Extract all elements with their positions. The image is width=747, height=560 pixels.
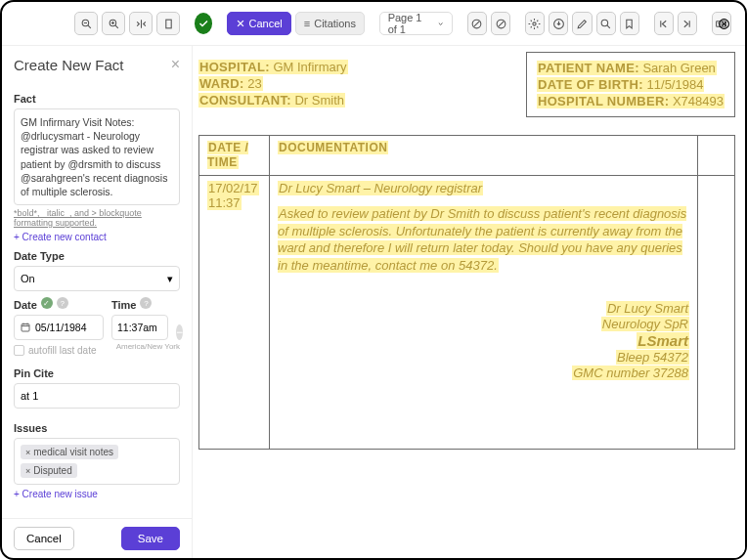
zoom-in-icon[interactable] <box>102 12 125 35</box>
tag-label: Disputed <box>33 465 71 476</box>
consultant-value: Dr Smith <box>294 93 344 108</box>
tag-label: medical visit notes <box>33 447 113 457</box>
sig-line2: Neurology SpR <box>601 317 689 331</box>
create-issue-link[interactable]: + Create new issue <box>14 489 180 499</box>
cancel-label: Cancel <box>249 18 283 29</box>
gear-icon[interactable] <box>525 12 545 35</box>
document-viewer[interactable]: HOSPITAL: GM Infirmary WARD: 23 CONSULTA… <box>193 46 745 558</box>
date-input[interactable]: 05/11/1984 <box>14 315 104 340</box>
cancel-button[interactable]: Cancel <box>227 12 291 35</box>
entry-heading: Dr Lucy Smart – Neurology registrar <box>278 181 483 195</box>
close-icon[interactable] <box>714 14 733 33</box>
autofill-label: autofill last date <box>28 345 97 356</box>
date-type-label: Date Type <box>14 250 180 262</box>
citations-button[interactable]: ≡Citations <box>295 12 365 35</box>
svg-point-5 <box>533 22 536 24</box>
time-label: Time <box>111 299 136 311</box>
calendar-icon <box>20 322 31 333</box>
zoom-out-icon[interactable] <box>74 12 98 35</box>
block-icon[interactable] <box>467 12 487 35</box>
sig-line5: GMC number 37288 <box>572 366 689 380</box>
dob-key: DATE OF BIRTH: <box>538 77 643 92</box>
documentation-table: DATE / TIME DOCUMENTATION 17/02/17 11:37… <box>198 135 735 450</box>
date-type-value: On <box>21 273 35 284</box>
toolbar: Cancel ≡Citations Page 1 of 1 <box>2 2 745 46</box>
sig-line1: Dr Lucy Smart <box>606 301 689 316</box>
remove-time-icon[interactable]: − <box>176 324 183 340</box>
ward-key: WARD: <box>199 76 244 91</box>
fact-label: Fact <box>14 93 180 105</box>
date-value: 05/11/1984 <box>35 322 87 333</box>
issue-tag[interactable]: ×medical visit notes <box>21 445 118 459</box>
chevron-down-icon: ▾ <box>167 273 173 285</box>
sidebar-title: Create New Fact <box>14 57 124 73</box>
dob-value: 11/5/1984 <box>647 77 704 92</box>
sig-name: LSmart <box>637 332 689 349</box>
tag-remove-icon[interactable]: × <box>25 448 30 457</box>
autofill-checkbox[interactable] <box>14 345 24 356</box>
hosp-num-value: X748493 <box>673 94 724 108</box>
issues-label: Issues <box>14 422 180 434</box>
time-help-badge[interactable]: ? <box>140 297 152 309</box>
save-button[interactable]: Save <box>121 527 180 550</box>
consultant-key: CONSULTANT: <box>199 93 291 108</box>
date-help-badge[interactable]: ? <box>57 297 68 309</box>
col-datetime: DATE / TIME <box>207 141 248 169</box>
page-label: Page 1 of 1 <box>388 12 433 35</box>
date-label: Date <box>14 299 37 311</box>
date-type-select[interactable]: On▾ <box>14 266 180 291</box>
fit-width-icon[interactable] <box>129 12 153 35</box>
pin-cite-input[interactable] <box>14 383 180 409</box>
sig-line4: Bleep 54372 <box>616 350 689 365</box>
svg-rect-2 <box>165 20 170 28</box>
svg-rect-10 <box>22 324 29 332</box>
cancel-button[interactable]: Cancel <box>14 527 74 550</box>
entry-date: 17/02/17 <box>207 181 259 195</box>
fact-helper: *bold*, _italic_, and > blockquote forma… <box>14 208 180 228</box>
issue-tag[interactable]: ×Disputed <box>21 463 77 478</box>
edit-icon[interactable] <box>572 12 592 35</box>
svg-point-7 <box>601 20 608 26</box>
time-value: 11:37am <box>117 322 157 333</box>
ward-value: 23 <box>247 76 261 91</box>
patient-name-key: PATIENT NAME: <box>538 61 639 75</box>
last-page-icon[interactable] <box>678 12 697 35</box>
confirm-icon[interactable] <box>195 13 212 34</box>
fit-page-icon[interactable] <box>156 12 180 35</box>
bookmark-icon[interactable] <box>620 12 639 35</box>
first-page-icon[interactable] <box>654 12 674 35</box>
sidebar: Create New Fact × Fact GM Infirmary Visi… <box>2 46 193 558</box>
entry-body: Asked to review patient by Dr Smith to d… <box>278 206 686 273</box>
patient-box: PATIENT NAME: Sarah Green DATE OF BIRTH:… <box>526 52 735 117</box>
page-selector[interactable]: Page 1 of 1 <box>379 12 453 35</box>
issues-tagbox[interactable]: ×medical visit notes ×Disputed <box>14 438 180 485</box>
citations-label: Citations <box>314 18 356 29</box>
date-ok-badge: ✓ <box>41 297 53 309</box>
create-contact-link[interactable]: + Create new contact <box>14 232 180 242</box>
hosp-num-key: HOSPITAL NUMBER: <box>538 94 669 108</box>
block-icon-2[interactable] <box>491 12 510 35</box>
time-input[interactable]: 11:37am <box>111 315 168 340</box>
tag-remove-icon[interactable]: × <box>25 466 30 476</box>
pin-cite-label: Pin Cite <box>14 367 180 379</box>
download-icon[interactable] <box>549 12 568 35</box>
patient-name-value: Sarah Green <box>642 61 715 75</box>
sidebar-close-icon[interactable]: × <box>171 56 180 73</box>
hospital-key: HOSPITAL: <box>199 60 270 74</box>
fact-textarea[interactable]: GM Infirmary Visit Notes: @drlucysmart -… <box>14 108 180 205</box>
search-icon[interactable] <box>596 12 616 35</box>
entry-time: 11:37 <box>207 195 242 210</box>
col-documentation: DOCUMENTATION <box>278 141 388 154</box>
hospital-value: GM Infirmary <box>273 60 346 74</box>
